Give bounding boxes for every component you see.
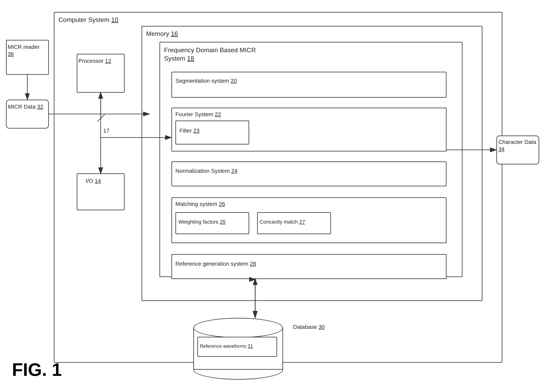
reference-gen-label: Reference generation system 28 [175,261,256,267]
segmentation-label: Segmentation system 20 [175,78,237,84]
normalization-label: Normalization System 24 [175,168,237,174]
micr-data-label: MICR Data 32 [8,103,48,110]
filter-label: Filter 23 [179,128,200,134]
segmentation-box [171,72,447,98]
computer-system-label: Computer System 10 [59,16,118,23]
character-data-label: Character Data 34 [498,139,538,153]
processor-label: Processor 12 [78,58,111,64]
ref-waveforms-label: Reference waveforms 31 [200,343,253,349]
bus-label: 17 [103,128,109,134]
concavity-label: Concavity match 27 [260,219,305,225]
freq-domain-label: Frequency Domain Based MICR System 18 [164,46,260,63]
weighting-label: Weighting factors 25 [178,219,226,225]
micr-reader-label: MICR reader36 [8,43,47,58]
database-label: Database 30 [293,324,325,330]
fourier-label: Fourier System 22 [175,111,221,117]
matching-label: Matching system 26 [175,201,225,207]
diagram: FIG. 1 Computer System 10 Memory 16 Freq… [0,0,544,392]
io-label: I/O 14 [86,178,101,184]
memory-label: Memory 16 [146,30,178,37]
